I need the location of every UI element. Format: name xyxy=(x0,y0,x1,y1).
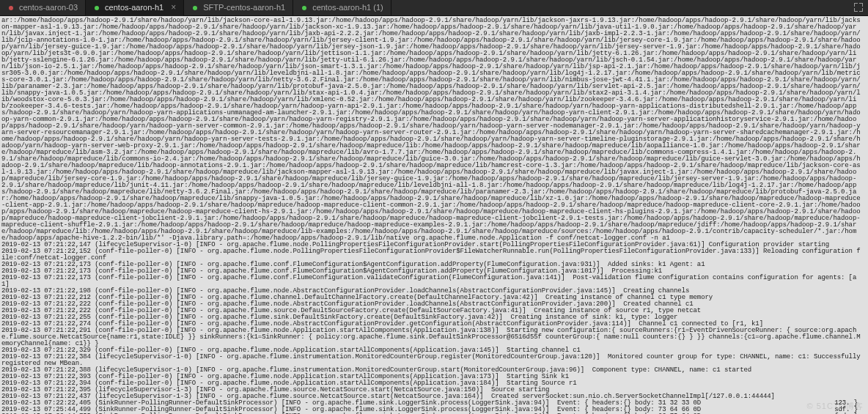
tab-centos-aaron-03[interactable]: centos-aaron-03 xyxy=(0,0,86,16)
svg-point-2 xyxy=(193,6,197,10)
classpath-line: ar::/home/hadoop/apps/hadoop-2.9.1/share… xyxy=(1,18,864,242)
bullet-icon xyxy=(191,4,199,12)
log-line: 2019-02-13 07:21:22,173 (conf-file-polle… xyxy=(1,275,864,288)
svg-point-0 xyxy=(9,6,13,10)
tab-label: centos-aaron-h1 xyxy=(105,3,163,12)
svg-point-3 xyxy=(302,6,306,10)
bullet-icon xyxy=(301,4,308,12)
tab-label: centos-aaron-03 xyxy=(19,3,78,12)
log-container: 2019-02-13 07:21:22,147 (lifecycleSuperv… xyxy=(1,242,864,400)
bullet-icon xyxy=(7,4,15,12)
tab-centos-aaron-h1-1[interactable]: centos-aaron-h1 (1) xyxy=(293,0,391,16)
log-line: 2019-02-13 07:21:22,291 (conf-file-polle… xyxy=(1,328,864,347)
tab-bar: centos-aaron-03 centos-aaron-h1 × SFTP-c… xyxy=(0,0,868,16)
bullet-icon xyxy=(93,4,100,12)
tab-label: centos-aaron-h1 (1) xyxy=(312,3,383,12)
svg-point-1 xyxy=(95,6,99,10)
close-icon[interactable]: × xyxy=(171,3,176,13)
tab-label: SFTP-centos-aaron-h1 xyxy=(203,3,285,12)
terminal-output[interactable]: ar::/home/hadoop/apps/hadoop-2.9.1/share… xyxy=(0,16,868,414)
tab-sftp-centos-aaron-h1[interactable]: SFTP-centos-aaron-h1 xyxy=(184,0,293,16)
tab-centos-aaron-h1[interactable]: centos-aaron-h1 × xyxy=(86,0,184,16)
watermark: © 51CTO博客 xyxy=(807,402,864,411)
expand-icon[interactable] xyxy=(853,2,864,12)
log-line: 2019-02-13 07:21:22,384 (lifecycleSuperv… xyxy=(1,354,864,367)
log-line: 2019-02-13 07:21:22,152 (conf-file-polle… xyxy=(1,248,864,262)
event-container: 123. }2019-02-13 07:22:22,405 (SinkRunne… xyxy=(1,400,864,414)
